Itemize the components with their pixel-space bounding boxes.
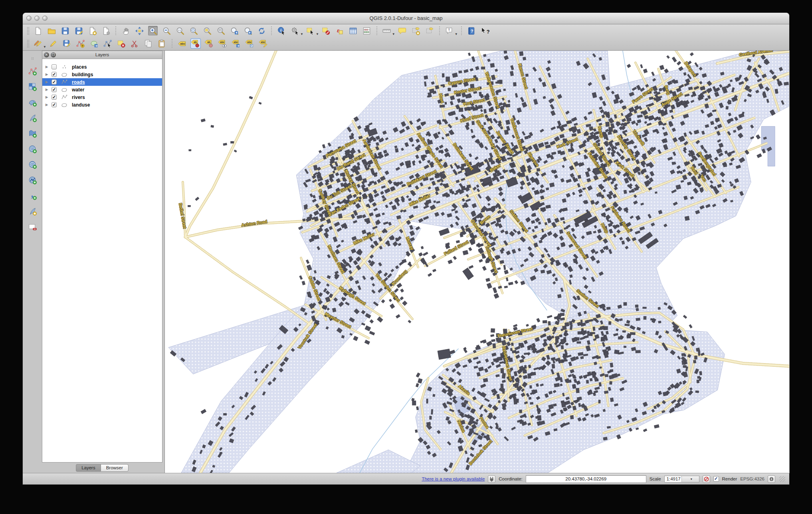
tab-layers[interactable]: Layers (76, 464, 101, 472)
layer-visibility-checkbox[interactable]: ✓ (51, 79, 57, 85)
layer-visibility-checkbox[interactable]: ✓ (51, 87, 57, 92)
new-project-icon[interactable] (33, 26, 43, 36)
add-wcs-layer-icon[interactable] (28, 160, 37, 169)
move-label-icon[interactable]: abc (232, 39, 241, 48)
zoom-to-selection-icon[interactable] (202, 26, 212, 36)
layer-visibility-checkbox[interactable] (51, 64, 57, 69)
expand-triangle-icon[interactable]: ▶ (46, 73, 49, 76)
expand-triangle-icon[interactable]: ▶ (46, 95, 49, 99)
coordinate-input[interactable] (526, 475, 646, 483)
add-spatialite-layer-icon[interactable] (28, 113, 37, 123)
minimize-window-button[interactable] (34, 16, 40, 21)
layer-visibility-checkbox[interactable]: ✓ (51, 72, 57, 77)
dropdown-arrow-icon[interactable]: ▼ (392, 32, 395, 36)
run-feature-action-icon[interactable] (290, 26, 300, 36)
measure-icon[interactable] (382, 26, 392, 36)
pin-labels-icon[interactable]: ab (191, 39, 200, 48)
show-bookmarks-icon[interactable] (425, 26, 434, 36)
stop-render-icon[interactable] (703, 475, 710, 483)
select-by-expression-icon[interactable]: ε (335, 26, 345, 36)
text-annotation-icon[interactable]: T (445, 26, 454, 36)
composer-manager-icon[interactable] (101, 26, 111, 36)
layer-row-roads[interactable]: ▶✓roads (42, 78, 162, 86)
map-canvas[interactable]: Ashton RoadBethel StreetPanorama StreetA… (165, 51, 789, 473)
open-attribute-table-icon[interactable] (349, 26, 358, 36)
add-feature-icon[interactable] (76, 39, 85, 48)
zoom-actual-size-icon[interactable]: 1:1 (175, 26, 185, 36)
resize-grip[interactable] (779, 476, 785, 482)
labeling-options-icon[interactable]: abc (177, 39, 187, 48)
identify-features-icon[interactable]: i (277, 26, 286, 36)
copy-features-icon[interactable] (144, 39, 153, 48)
panel-close-icon[interactable]: ✕ (44, 52, 49, 57)
delete-selected-icon[interactable] (117, 39, 126, 48)
layer-visibility-checkbox[interactable]: ✓ (51, 102, 57, 107)
crs-projector-icon[interactable] (768, 475, 775, 483)
zoom-in-icon[interactable] (148, 26, 158, 36)
add-delimited-text-layer-icon[interactable]: , (28, 191, 37, 200)
title-bar[interactable]: QGIS 2.0.1-Dufour - basic_map (23, 13, 789, 24)
panel-float-icon[interactable]: ❐ (51, 52, 56, 57)
refresh-map-icon[interactable] (257, 26, 266, 36)
open-project-icon[interactable] (47, 26, 56, 36)
add-wfs-layer-icon[interactable] (28, 175, 37, 185)
layer-row-landuse[interactable]: ▶✓landuse (42, 101, 162, 109)
show-hide-labels-icon[interactable]: abc (218, 39, 228, 48)
current-edits-icon[interactable] (33, 39, 43, 48)
paste-features-icon[interactable] (157, 39, 167, 48)
deselect-features-icon[interactable] (321, 26, 331, 36)
cut-features-icon[interactable] (130, 39, 140, 48)
pan-to-selection-icon[interactable] (135, 26, 144, 36)
new-plugin-link[interactable]: There is a new plugin available (422, 476, 485, 481)
layer-row-buildings[interactable]: ▶✓buildings (42, 71, 162, 78)
highlight-pinned-labels-icon[interactable]: ab (204, 39, 214, 48)
save-project-icon[interactable] (60, 26, 70, 36)
select-features-icon[interactable] (306, 26, 315, 36)
expand-triangle-icon[interactable]: ▶ (46, 65, 49, 69)
add-vector-layer-icon[interactable] (28, 66, 37, 76)
zoom-full-extent-icon[interactable] (189, 26, 198, 36)
close-window-button[interactable] (26, 16, 32, 21)
layer-row-rivers[interactable]: ▶✓rivers (42, 93, 162, 101)
render-checkbox[interactable]: ✓ (713, 476, 719, 482)
pan-map-icon[interactable] (121, 26, 131, 36)
zoom-next-icon[interactable] (243, 26, 253, 36)
layer-visibility-checkbox[interactable]: ✓ (51, 95, 57, 100)
tab-browser[interactable]: Browser (101, 464, 129, 472)
dropdown-arrow-icon[interactable]: ▼ (316, 32, 319, 36)
remove-layer-icon[interactable] (28, 222, 37, 231)
zoom-to-layer-icon[interactable] (216, 26, 226, 36)
move-feature-icon[interactable] (89, 39, 99, 48)
toolbar-handle[interactable] (27, 40, 30, 47)
plugin-icon[interactable] (488, 475, 495, 483)
toolbar-handle[interactable] (31, 57, 34, 60)
map-tips-icon[interactable] (398, 26, 407, 36)
add-wms-layer-icon[interactable] (28, 144, 37, 154)
toggle-editing-icon[interactable] (49, 39, 58, 48)
add-raster-layer-icon[interactable] (28, 82, 37, 91)
zoom-out-icon[interactable] (162, 26, 171, 36)
add-mssql-layer-icon[interactable] (28, 128, 37, 138)
dropdown-arrow-icon[interactable]: ▼ (43, 45, 46, 49)
dropdown-arrow-icon[interactable]: ▼ (300, 32, 303, 36)
layer-row-places[interactable]: ▶places (42, 63, 162, 71)
toolbar-handle[interactable] (27, 27, 30, 35)
whats-this-icon[interactable]: ? (480, 26, 490, 36)
dropdown-arrow-icon[interactable]: ▼ (455, 32, 458, 36)
expand-triangle-icon[interactable]: ▶ (46, 80, 49, 84)
save-project-as-icon[interactable] (74, 26, 83, 36)
new-print-composer-icon[interactable] (87, 26, 97, 36)
new-spatialite-layer-icon[interactable] (28, 206, 37, 216)
layers-panel-header[interactable]: ✕ ❐ Layers (42, 51, 162, 59)
scale-combobox[interactable]: 1:4917 ▼ (664, 476, 699, 482)
add-postgis-layer-icon[interactable] (28, 97, 37, 107)
expand-triangle-icon[interactable]: ▶ (46, 88, 49, 91)
field-calculator-icon[interactable] (362, 26, 372, 36)
zoom-last-icon[interactable] (230, 26, 239, 36)
node-tool-icon[interactable] (103, 39, 113, 48)
save-layer-edits-icon[interactable] (62, 39, 72, 48)
expand-triangle-icon[interactable]: ▶ (46, 103, 49, 107)
layer-row-water[interactable]: ▶✓water (42, 86, 162, 93)
new-bookmark-icon[interactable] (411, 26, 421, 36)
scale-dropdown-icon[interactable]: ▼ (681, 476, 699, 482)
